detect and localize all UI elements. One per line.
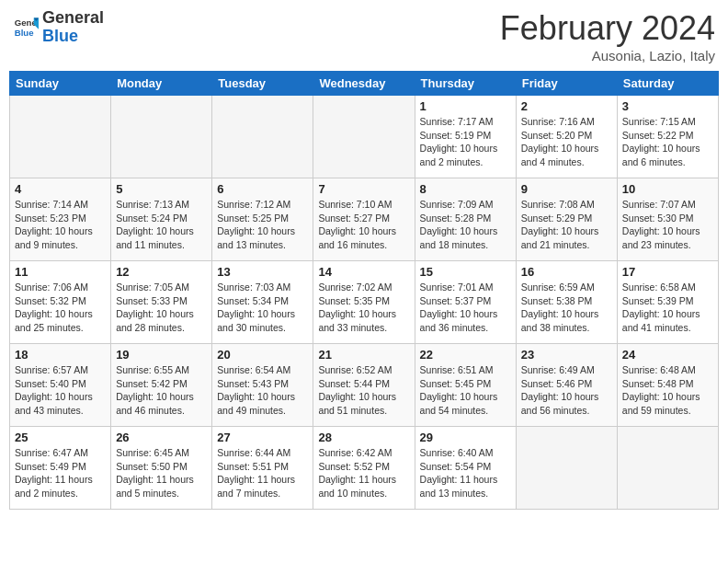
day-info: Sunrise: 7:14 AMSunset: 5:23 PMDaylight:… (15, 198, 106, 252)
calendar-cell: 22Sunrise: 6:51 AMSunset: 5:45 PMDayligh… (415, 344, 516, 427)
calendar-cell: 11Sunrise: 7:06 AMSunset: 5:32 PMDayligh… (10, 261, 111, 344)
day-info: Sunrise: 7:03 AMSunset: 5:34 PMDaylight:… (217, 281, 308, 335)
calendar-cell: 27Sunrise: 6:44 AMSunset: 5:51 PMDayligh… (212, 427, 313, 510)
calendar-table: SundayMondayTuesdayWednesdayThursdayFrid… (9, 71, 719, 510)
day-info: Sunrise: 7:13 AMSunset: 5:24 PMDaylight:… (116, 198, 207, 252)
day-number: 1 (420, 99, 511, 113)
calendar-week-row: 11Sunrise: 7:06 AMSunset: 5:32 PMDayligh… (10, 261, 719, 344)
day-number: 13 (217, 265, 308, 279)
page-header: General Blue General Blue February 2024 … (9, 9, 719, 63)
day-number: 25 (15, 431, 106, 444)
day-info: Sunrise: 6:59 AMSunset: 5:38 PMDaylight:… (521, 281, 612, 335)
day-number: 10 (622, 182, 713, 196)
calendar-cell (313, 96, 415, 178)
calendar-week-row: 4Sunrise: 7:14 AMSunset: 5:23 PMDaylight… (10, 178, 719, 261)
day-number: 15 (420, 265, 511, 279)
calendar-cell: 17Sunrise: 6:58 AMSunset: 5:39 PMDayligh… (617, 261, 718, 344)
day-number: 28 (318, 431, 409, 444)
calendar-cell: 7Sunrise: 7:10 AMSunset: 5:27 PMDaylight… (313, 178, 415, 261)
calendar-cell: 20Sunrise: 6:54 AMSunset: 5:43 PMDayligh… (212, 344, 313, 427)
day-number: 5 (116, 182, 207, 196)
calendar-cell: 24Sunrise: 6:48 AMSunset: 5:48 PMDayligh… (617, 344, 718, 427)
weekday-header: Monday (111, 72, 212, 96)
day-info: Sunrise: 7:10 AMSunset: 5:27 PMDaylight:… (318, 198, 409, 252)
calendar-cell (10, 96, 111, 178)
day-number: 27 (217, 431, 308, 444)
calendar-cell: 3Sunrise: 7:15 AMSunset: 5:22 PMDaylight… (617, 96, 718, 178)
calendar-cell: 28Sunrise: 6:42 AMSunset: 5:52 PMDayligh… (313, 427, 415, 510)
day-number: 8 (420, 182, 511, 196)
weekday-header: Saturday (617, 72, 718, 96)
calendar-cell: 10Sunrise: 7:07 AMSunset: 5:30 PMDayligh… (617, 178, 718, 261)
day-info: Sunrise: 6:47 AMSunset: 5:49 PMDaylight:… (15, 446, 106, 500)
calendar-cell (617, 427, 718, 510)
day-number: 7 (318, 182, 409, 196)
day-info: Sunrise: 6:44 AMSunset: 5:51 PMDaylight:… (217, 446, 308, 500)
day-info: Sunrise: 7:02 AMSunset: 5:35 PMDaylight:… (318, 281, 409, 335)
day-info: Sunrise: 7:16 AMSunset: 5:20 PMDaylight:… (521, 115, 612, 169)
month-title: February 2024 (500, 9, 715, 48)
calendar-cell (212, 96, 313, 178)
day-number: 23 (521, 348, 612, 362)
day-info: Sunrise: 7:17 AMSunset: 5:19 PMDaylight:… (420, 115, 511, 169)
weekday-header: Sunday (10, 72, 111, 96)
day-info: Sunrise: 7:01 AMSunset: 5:37 PMDaylight:… (420, 281, 511, 335)
calendar-cell: 23Sunrise: 6:49 AMSunset: 5:46 PMDayligh… (516, 344, 617, 427)
calendar-cell: 26Sunrise: 6:45 AMSunset: 5:50 PMDayligh… (111, 427, 212, 510)
day-number: 26 (116, 431, 207, 444)
calendar-cell: 1Sunrise: 7:17 AMSunset: 5:19 PMDaylight… (415, 96, 516, 178)
calendar-cell: 15Sunrise: 7:01 AMSunset: 5:37 PMDayligh… (415, 261, 516, 344)
day-number: 22 (420, 348, 511, 362)
day-info: Sunrise: 7:15 AMSunset: 5:22 PMDaylight:… (622, 115, 713, 169)
calendar-cell: 14Sunrise: 7:02 AMSunset: 5:35 PMDayligh… (313, 261, 415, 344)
day-info: Sunrise: 6:58 AMSunset: 5:39 PMDaylight:… (622, 281, 713, 335)
day-info: Sunrise: 7:08 AMSunset: 5:29 PMDaylight:… (521, 198, 612, 252)
weekday-header: Thursday (415, 72, 516, 96)
location-subtitle: Ausonia, Lazio, Italy (500, 48, 715, 63)
calendar-cell (111, 96, 212, 178)
weekday-header: Friday (516, 72, 617, 96)
day-info: Sunrise: 6:55 AMSunset: 5:42 PMDaylight:… (116, 363, 207, 418)
day-info: Sunrise: 6:52 AMSunset: 5:44 PMDaylight:… (318, 363, 409, 418)
calendar-cell: 13Sunrise: 7:03 AMSunset: 5:34 PMDayligh… (212, 261, 313, 344)
day-info: Sunrise: 6:40 AMSunset: 5:54 PMDaylight:… (420, 446, 511, 500)
svg-text:Blue: Blue (15, 28, 34, 38)
title-block: February 2024 Ausonia, Lazio, Italy (500, 9, 715, 63)
day-number: 16 (521, 265, 612, 279)
logo: General Blue General Blue (13, 9, 104, 46)
day-info: Sunrise: 7:07 AMSunset: 5:30 PMDaylight:… (622, 198, 713, 252)
day-info: Sunrise: 6:48 AMSunset: 5:48 PMDaylight:… (622, 363, 713, 418)
calendar-cell: 16Sunrise: 6:59 AMSunset: 5:38 PMDayligh… (516, 261, 617, 344)
calendar-cell: 21Sunrise: 6:52 AMSunset: 5:44 PMDayligh… (313, 344, 415, 427)
day-info: Sunrise: 6:49 AMSunset: 5:46 PMDaylight:… (521, 363, 612, 418)
day-number: 29 (420, 431, 511, 444)
calendar-cell: 5Sunrise: 7:13 AMSunset: 5:24 PMDaylight… (111, 178, 212, 261)
day-number: 17 (622, 265, 713, 279)
calendar-cell: 8Sunrise: 7:09 AMSunset: 5:28 PMDaylight… (415, 178, 516, 261)
day-info: Sunrise: 6:42 AMSunset: 5:52 PMDaylight:… (318, 446, 409, 500)
day-info: Sunrise: 6:45 AMSunset: 5:50 PMDaylight:… (116, 446, 207, 500)
day-info: Sunrise: 6:57 AMSunset: 5:40 PMDaylight:… (15, 363, 106, 418)
day-info: Sunrise: 7:06 AMSunset: 5:32 PMDaylight:… (15, 281, 106, 335)
day-number: 20 (217, 348, 308, 362)
day-info: Sunrise: 7:05 AMSunset: 5:33 PMDaylight:… (116, 281, 207, 335)
calendar-week-row: 1Sunrise: 7:17 AMSunset: 5:19 PMDaylight… (10, 96, 719, 178)
day-info: Sunrise: 6:54 AMSunset: 5:43 PMDaylight:… (217, 363, 308, 418)
calendar-week-row: 18Sunrise: 6:57 AMSunset: 5:40 PMDayligh… (10, 344, 719, 427)
day-number: 3 (622, 99, 713, 113)
day-number: 6 (217, 182, 308, 196)
calendar-body: 1Sunrise: 7:17 AMSunset: 5:19 PMDaylight… (10, 96, 719, 510)
calendar-cell (516, 427, 617, 510)
calendar-cell: 29Sunrise: 6:40 AMSunset: 5:54 PMDayligh… (415, 427, 516, 510)
day-number: 21 (318, 348, 409, 362)
calendar-cell: 18Sunrise: 6:57 AMSunset: 5:40 PMDayligh… (10, 344, 111, 427)
calendar-cell: 6Sunrise: 7:12 AMSunset: 5:25 PMDaylight… (212, 178, 313, 261)
weekday-header: Tuesday (212, 72, 313, 96)
day-number: 2 (521, 99, 612, 113)
day-number: 4 (15, 182, 106, 196)
day-number: 9 (521, 182, 612, 196)
day-number: 24 (622, 348, 713, 362)
day-info: Sunrise: 6:51 AMSunset: 5:45 PMDaylight:… (420, 363, 511, 418)
day-number: 12 (116, 265, 207, 279)
calendar-week-row: 25Sunrise: 6:47 AMSunset: 5:49 PMDayligh… (10, 427, 719, 510)
